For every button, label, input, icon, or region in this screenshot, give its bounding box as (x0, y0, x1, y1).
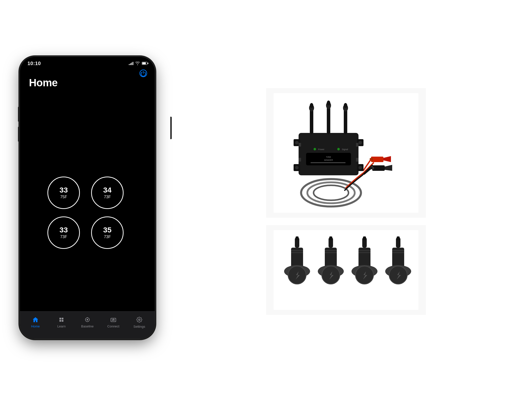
svg-point-6 (87, 319, 88, 320)
svg-rect-42 (310, 109, 313, 134)
svg-point-47 (327, 101, 330, 105)
main-layout: 10:10 (0, 0, 532, 403)
svg-point-29 (295, 166, 299, 169)
nav-label-connect: Connect (107, 324, 119, 328)
svg-point-27 (295, 141, 299, 144)
svg-rect-37 (311, 162, 346, 163)
svg-rect-65 (329, 236, 332, 240)
phone-frame: 10:10 (20, 57, 155, 339)
svg-text:Signal: Signal (342, 148, 348, 151)
svg-rect-3 (59, 320, 61, 322)
svg-rect-52 (299, 158, 301, 162)
svg-rect-45 (327, 107, 330, 134)
svg-rect-9 (112, 319, 113, 321)
bottom-navigation: Home L (20, 311, 155, 339)
nav-label-settings: Settings (134, 325, 145, 328)
svg-text:TIRE: TIRE (326, 156, 331, 158)
tire-pressure-value-rl: 33 (59, 226, 68, 234)
svg-rect-17 (371, 157, 383, 162)
svg-rect-59 (291, 250, 303, 251)
nav-item-home[interactable]: Home (25, 317, 45, 328)
nav-label-learn: Learn (57, 324, 65, 328)
page-title: Home (29, 77, 58, 89)
baseline-nav-icon (84, 317, 90, 323)
svg-rect-53 (356, 143, 358, 147)
tire-circle-front-right[interactable]: 34 73F (91, 177, 124, 209)
svg-point-38 (314, 148, 316, 150)
svg-rect-4 (62, 320, 63, 322)
svg-point-31 (358, 141, 362, 144)
tire-temp-value-rr: 73F (104, 235, 111, 239)
svg-rect-54 (356, 158, 358, 162)
tire-pressure-grid: 33 75F 34 73F 33 73F (47, 177, 127, 249)
sensors-svg (274, 230, 418, 310)
learn-nav-icon (59, 317, 64, 323)
svg-rect-83 (392, 250, 404, 251)
svg-point-50 (344, 103, 347, 108)
svg-rect-48 (344, 109, 347, 134)
svg-rect-75 (358, 250, 370, 251)
tire-temp-value-rl: 73F (60, 235, 67, 239)
svg-point-44 (310, 103, 313, 108)
status-time: 10:10 (27, 61, 41, 66)
svg-rect-51 (299, 143, 301, 147)
svg-text:Power: Power (318, 148, 325, 151)
volume-up-button (18, 107, 19, 122)
connect-nav-icon (110, 317, 116, 323)
nav-item-connect[interactable]: Connect (103, 317, 123, 328)
wifi-icon (135, 62, 140, 65)
svg-point-40 (337, 148, 340, 150)
home-nav-icon (32, 317, 38, 323)
nav-label-home: Home (31, 324, 40, 328)
svg-rect-57 (296, 236, 299, 240)
device-svg: TIRE MINDER Power Signal (274, 93, 418, 213)
sensors-image-box (266, 225, 426, 315)
device-image-box: TIRE MINDER Power Signal (266, 88, 426, 218)
svg-rect-81 (397, 236, 400, 240)
svg-rect-2 (62, 318, 63, 319)
svg-rect-67 (325, 250, 337, 251)
phone-mockup: 10:10 (20, 57, 170, 356)
svg-rect-21 (372, 165, 385, 171)
svg-rect-73 (363, 236, 366, 240)
tire-temp-value-fr: 73F (104, 195, 111, 199)
svg-point-12 (139, 319, 140, 320)
nav-item-baseline[interactable]: Baseline (77, 317, 97, 328)
tire-pressure-value-fr: 34 (103, 186, 111, 194)
tire-circle-rear-right[interactable]: 35 73F (91, 216, 124, 249)
volume-down-button (18, 127, 19, 142)
settings-nav-icon (136, 317, 142, 324)
svg-rect-84 (392, 252, 404, 253)
tire-circle-front-left[interactable]: 33 75F (47, 177, 80, 209)
tire-pressure-value-fl: 33 (59, 186, 68, 194)
svg-text:MINDER: MINDER (324, 159, 333, 161)
nav-label-baseline: Baseline (81, 324, 94, 328)
nav-item-settings[interactable]: Settings (129, 317, 149, 328)
battery-icon (142, 62, 147, 65)
products-section: TIRE MINDER Power Signal (175, 0, 532, 403)
svg-rect-11 (114, 319, 115, 321)
svg-rect-60 (291, 252, 303, 253)
phone-section: 10:10 (0, 0, 175, 403)
status-bar: 10:10 (20, 59, 155, 68)
signal-icon (129, 62, 133, 65)
power-side-button (170, 117, 172, 139)
tire-circle-rear-left[interactable]: 33 73F (47, 216, 80, 249)
nav-item-learn[interactable]: Learn (51, 317, 71, 328)
svg-point-33 (358, 166, 362, 169)
svg-rect-1 (59, 318, 61, 319)
svg-rect-68 (325, 252, 337, 253)
tire-pressure-value-rr: 35 (103, 226, 111, 234)
power-circle-icon[interactable] (139, 69, 147, 77)
svg-rect-10 (113, 319, 114, 321)
tire-temp-value-fl: 75F (60, 195, 67, 199)
status-icons (129, 62, 147, 65)
svg-rect-76 (358, 252, 370, 253)
phone-screen: 10:10 (20, 57, 155, 339)
